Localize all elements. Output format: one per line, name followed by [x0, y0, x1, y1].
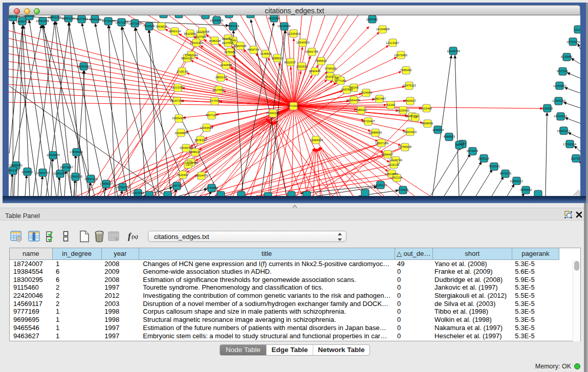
- svg-text:9227342: 9227342: [557, 70, 569, 73]
- svg-text:2087682: 2087682: [366, 18, 378, 21]
- svg-text:9906936: 9906936: [24, 15, 35, 17]
- svg-text:8267110: 8267110: [206, 114, 217, 117]
- svg-text:1167533: 1167533: [571, 157, 580, 160]
- svg-text:252214: 252214: [392, 176, 402, 179]
- svg-text:7955812: 7955812: [315, 59, 327, 62]
- svg-text:391139: 391139: [9, 169, 17, 172]
- svg-text:1527602: 1527602: [76, 17, 88, 20]
- svg-text:2935114: 2935114: [478, 157, 490, 160]
- svg-text:11923448: 11923448: [131, 191, 144, 194]
- svg-text:11451944: 11451944: [53, 172, 67, 175]
- svg-text:16648784: 16648784: [447, 50, 461, 53]
- svg-text:20364436: 20364436: [347, 99, 360, 102]
- svg-text:10807487: 10807487: [373, 97, 386, 100]
- svg-text:12505135: 12505135: [69, 175, 82, 178]
- svg-text:8471676: 8471676: [500, 172, 512, 175]
- svg-text:1640954: 1640954: [432, 128, 444, 132]
- svg-text:9242848: 9242848: [221, 63, 232, 67]
- svg-text:10671955: 10671955: [128, 22, 142, 25]
- svg-text:9327508: 9327508: [222, 41, 234, 45]
- svg-text:21053346: 21053346: [77, 65, 90, 68]
- svg-text:2803144: 2803144: [215, 76, 227, 79]
- svg-text:15046756: 15046756: [180, 146, 193, 149]
- svg-text:20206576: 20206576: [47, 154, 60, 157]
- svg-text:9890110: 9890110: [181, 57, 192, 60]
- svg-text:8912954: 8912954: [184, 32, 196, 35]
- svg-text:15751074: 15751074: [567, 40, 580, 43]
- svg-text:25300203: 25300203: [266, 112, 279, 115]
- svg-text:16154808: 16154808: [376, 28, 389, 31]
- svg-text:6497568: 6497568: [341, 88, 353, 91]
- svg-text:6879: 6879: [456, 143, 463, 146]
- svg-text:16351905: 16351905: [9, 15, 20, 18]
- svg-text:17957225: 17957225: [84, 178, 98, 181]
- svg-text:(x): (x): [132, 233, 138, 240]
- svg-text:6466160: 6466160: [90, 18, 101, 21]
- svg-text:14136141: 14136141: [374, 184, 387, 187]
- svg-text:5498222: 5498222: [189, 150, 201, 154]
- svg-text:19654923: 19654923: [403, 130, 417, 134]
- svg-text:12213967: 12213967: [386, 41, 399, 45]
- svg-text:10719155: 10719155: [102, 19, 115, 23]
- svg-text:16543362: 16543362: [190, 41, 203, 45]
- svg-text:1588520: 1588520: [272, 57, 284, 60]
- svg-text:10025433: 10025433: [396, 109, 409, 112]
- svg-text:1733426: 1733426: [397, 188, 409, 191]
- svg-text:8660124: 8660124: [169, 30, 181, 33]
- svg-text:18640910: 18640910: [296, 41, 310, 44]
- svg-text:9777169: 9777169: [335, 79, 346, 82]
- svg-text:16197341: 16197341: [170, 99, 183, 102]
- svg-text:16961758: 16961758: [305, 50, 318, 53]
- svg-text:3215958: 3215958: [541, 107, 553, 110]
- svg-text:10671955: 10671955: [115, 21, 128, 24]
- svg-text:15692971: 15692971: [557, 129, 570, 133]
- svg-text:17016504: 17016504: [563, 143, 577, 146]
- svg-text:8813054: 8813054: [268, 17, 280, 20]
- svg-text:7515526: 7515526: [143, 25, 155, 28]
- svg-text:7986322: 7986322: [356, 108, 367, 112]
- svg-text:10688609: 10688609: [368, 131, 382, 134]
- svg-text:14055713: 14055713: [16, 20, 29, 23]
- svg-text:16524851: 16524851: [385, 172, 398, 176]
- svg-text:20975887: 20975887: [60, 166, 73, 169]
- svg-text:18724007: 18724007: [287, 104, 300, 107]
- svg-text:12975115: 12975115: [403, 84, 416, 87]
- svg-text:11325419: 11325419: [287, 32, 300, 35]
- svg-text:19218506: 19218506: [277, 25, 291, 28]
- svg-text:8878334: 8878334: [195, 139, 207, 142]
- svg-text:12213382: 12213382: [171, 86, 184, 89]
- svg-text:417008: 417008: [210, 99, 220, 102]
- svg-text:16033809: 16033809: [210, 19, 223, 22]
- svg-text:7632621: 7632621: [489, 165, 500, 168]
- svg-text:2718176: 2718176: [177, 70, 188, 73]
- svg-text:20691406: 20691406: [36, 19, 49, 23]
- svg-text:1156819: 1156819: [21, 170, 33, 173]
- svg-text:15720407: 15720407: [362, 120, 375, 123]
- svg-text:9463627: 9463627: [405, 99, 417, 102]
- svg-text:6990448: 6990448: [309, 70, 321, 73]
- svg-text:2967608: 2967608: [235, 45, 247, 48]
- svg-text:6794028: 6794028: [325, 67, 337, 70]
- svg-text:1362615: 1362615: [296, 65, 308, 68]
- svg-text:1615132: 1615132: [388, 163, 400, 166]
- svg-text:13226058: 13226058: [196, 30, 209, 33]
- svg-text:9146821: 9146821: [260, 52, 272, 55]
- svg-text:16914479: 16914479: [194, 174, 208, 177]
- svg-text:16210643: 16210643: [554, 115, 567, 118]
- svg-text:10973493: 10973493: [394, 54, 407, 57]
- svg-text:7485063: 7485063: [400, 69, 412, 72]
- svg-text:7663822: 7663822: [156, 25, 167, 28]
- svg-text:16782759: 16782759: [116, 186, 129, 189]
- svg-text:9129966: 9129966: [561, 55, 573, 58]
- svg-text:9699695: 9699695: [422, 122, 433, 125]
- svg-text:3675685: 3675685: [224, 51, 236, 54]
- svg-text:9657791: 9657791: [171, 184, 183, 187]
- svg-text:9115460: 9115460: [421, 107, 432, 110]
- svg-text:8322037: 8322037: [285, 61, 296, 64]
- svg-text:8186328: 8186328: [209, 39, 221, 42]
- svg-text:7357224: 7357224: [228, 25, 239, 28]
- svg-text:12942757: 12942757: [36, 171, 50, 174]
- svg-text:19166829: 19166829: [175, 132, 188, 135]
- svg-text:9245652: 9245652: [520, 188, 532, 191]
- svg-text:12444193: 12444193: [552, 99, 565, 102]
